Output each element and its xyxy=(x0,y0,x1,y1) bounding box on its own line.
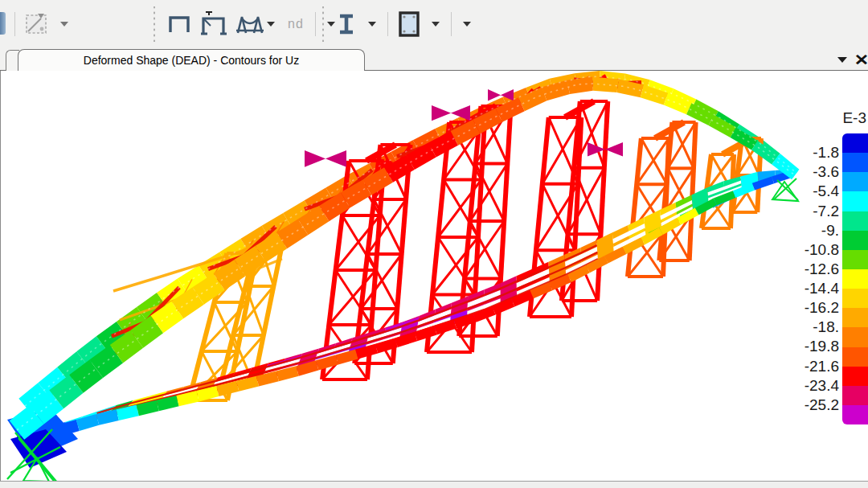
legend-tick: -18. xyxy=(775,319,839,335)
portal-frame-icon[interactable] xyxy=(162,6,196,42)
toolbar-separator xyxy=(14,12,15,36)
ibeam-section-caret[interactable] xyxy=(368,22,376,27)
window-menu-caret-icon[interactable] xyxy=(837,57,847,63)
partial-left-icon[interactable] xyxy=(0,12,6,35)
legend-tick: -14.4 xyxy=(775,281,839,297)
legend-tick: -16.2 xyxy=(775,300,839,316)
draw-special-joint-caret[interactable] xyxy=(60,22,68,27)
legend-tick: -9. xyxy=(775,223,839,239)
bridge-wizard-icon[interactable] xyxy=(231,6,268,42)
braced-frame-icon[interactable] xyxy=(196,6,231,42)
ibeam-section-icon[interactable] xyxy=(331,6,362,42)
concrete-section-caret[interactable] xyxy=(432,22,440,27)
legend-tick: -1.8 xyxy=(775,145,839,161)
deformed-shape-3d-view[interactable] xyxy=(1,71,868,481)
model-display-window[interactable]: E-3 -1.8-3.6-5.4-7.2-9.-10.8-12.6-14.4-1… xyxy=(0,71,868,481)
concrete-section-icon[interactable] xyxy=(393,6,425,42)
legend-tick: -19.8 xyxy=(775,338,839,355)
close-icon[interactable]: ✕ xyxy=(854,52,868,68)
section-group-caret[interactable] xyxy=(463,22,471,27)
deformed-shape-tab[interactable]: Deformed Shape (DEAD) - Contours for Uz xyxy=(18,49,365,71)
toolbar-drag-handle[interactable] xyxy=(151,6,158,42)
legend-tick: -3.6 xyxy=(775,164,839,180)
nd-label: nd xyxy=(281,17,310,31)
legend-tick: -21.6 xyxy=(775,359,839,375)
bottom-panel-edge xyxy=(0,481,868,488)
tab-bar: Deformed Shape (DEAD) - Contours for Uz … xyxy=(0,48,868,71)
toolbar-separator xyxy=(387,12,388,36)
legend-exponent-label: E-3 xyxy=(842,109,866,127)
legend-tick: -5.4 xyxy=(775,183,839,199)
toolbar-separator xyxy=(451,12,452,36)
bridge-wizard-caret[interactable] xyxy=(267,22,275,27)
toolbar: nd xyxy=(0,0,868,48)
legend-tick: -10.8 xyxy=(775,242,839,258)
toolbar-drag-handle[interactable] xyxy=(320,6,326,42)
draw-special-joint-icon[interactable] xyxy=(20,6,54,42)
legend-colorbar xyxy=(842,133,868,424)
legend-tick: -12.6 xyxy=(775,261,839,277)
legend-tick: -7.2 xyxy=(775,203,839,219)
legend-tick: -25.2 xyxy=(775,397,839,413)
legend-tick: -23.4 xyxy=(775,378,839,394)
tab-title: Deformed Shape (DEAD) - Contours for Uz xyxy=(84,54,299,67)
